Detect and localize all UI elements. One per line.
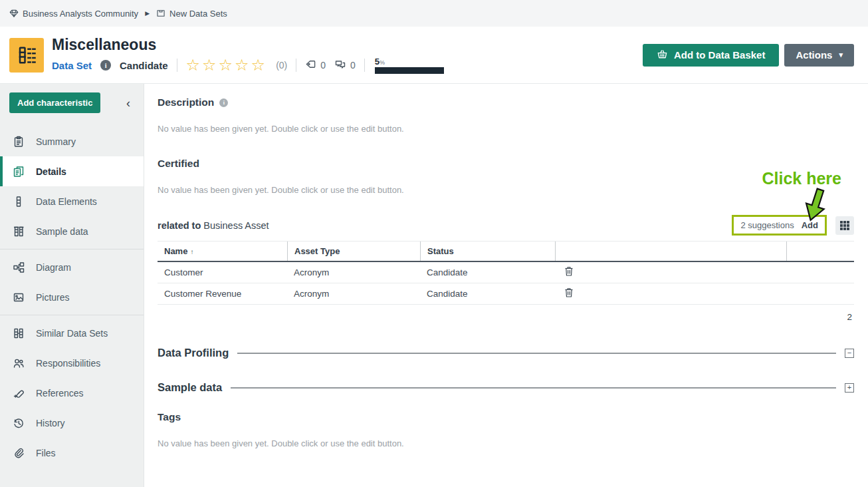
- breadcrumb-community-link[interactable]: Business Analysts Community: [9, 9, 138, 19]
- sidebar-item-pictures[interactable]: Pictures: [0, 282, 144, 312]
- sidebar-divider: [0, 249, 144, 249]
- similar-data-sets-icon: [13, 327, 25, 339]
- data-profiling-title: Data Profiling: [158, 347, 229, 359]
- star-icon[interactable]: ☆: [235, 57, 251, 73]
- annotation-arrow-icon: [803, 188, 829, 226]
- grid-icon: [840, 221, 849, 230]
- basket-icon: [657, 49, 668, 62]
- breadcrumb-domain-label: New Data Sets: [169, 9, 227, 19]
- progress-unit: %: [380, 59, 385, 66]
- sidebar-item-label: Pictures: [36, 292, 70, 303]
- sidebar-item-label: Responsibilities: [36, 358, 100, 369]
- sidebar-item-data-elements[interactable]: Data Elements: [0, 186, 144, 216]
- result-count: 2: [158, 312, 854, 322]
- basket-button-label: Add to Data Basket: [674, 49, 766, 61]
- column-header-asset-type[interactable]: Asset Type: [287, 242, 420, 261]
- sidebar-item-label: Data Elements: [36, 196, 97, 207]
- sidebar: Add characteristic ‹ Summary Details: [0, 84, 144, 487]
- table-row[interactable]: Customer Revenue Acronym Candidate: [158, 283, 854, 305]
- table-row[interactable]: Customer Acronym Candidate: [158, 262, 854, 283]
- actions-button[interactable]: Actions ▾: [784, 44, 854, 67]
- sidebar-item-label: History: [36, 418, 65, 428]
- caret-down-icon: ▾: [839, 51, 843, 59]
- column-header-status[interactable]: Status: [420, 242, 555, 261]
- domain-icon: [156, 9, 165, 18]
- tags-counter[interactable]: 0: [305, 59, 326, 72]
- star-icon[interactable]: ☆: [219, 57, 235, 73]
- tags-empty-value[interactable]: No value has been given yet. Double clic…: [158, 438, 854, 448]
- sidebar-item-similar-data-sets[interactable]: Similar Data Sets: [0, 318, 144, 348]
- asset-header: Miscellaneous Data Set i Candidate ☆☆☆☆☆…: [0, 27, 868, 83]
- pictures-icon: [13, 291, 25, 303]
- paperclip-icon: [13, 447, 25, 459]
- progress-bar: [375, 67, 444, 74]
- sidebar-item-references[interactable]: References: [0, 378, 144, 408]
- delete-relation-button[interactable]: [555, 262, 574, 276]
- star-icon[interactable]: ☆: [202, 57, 219, 73]
- annotation-click-here: Click here: [762, 169, 841, 188]
- add-characteristic-button[interactable]: Add characteristic: [9, 92, 100, 113]
- tags-title: Tags: [158, 411, 181, 423]
- description-info-icon[interactable]: i: [219, 98, 228, 107]
- comments-counter[interactable]: 0: [334, 59, 356, 73]
- clipboard-icon: [13, 136, 25, 148]
- data-profiling-section: Data Profiling −: [158, 347, 854, 359]
- sidebar-item-summary[interactable]: Summary: [0, 126, 144, 156]
- cell-status: Candidate: [420, 262, 555, 283]
- tag-count: 0: [320, 60, 326, 71]
- table-header-row: Name↑ Asset Type Status: [158, 242, 854, 262]
- star-icon[interactable]: ☆: [186, 57, 203, 73]
- cell-status: Candidate: [420, 283, 555, 304]
- collapse-section-button[interactable]: −: [845, 349, 854, 358]
- sidebar-divider: [0, 315, 144, 315]
- sidebar-collapse-icon[interactable]: ‹: [122, 97, 134, 109]
- certified-empty-value[interactable]: No value has been given yet. Double clic…: [158, 185, 854, 195]
- section-rule: [231, 387, 836, 389]
- sidebar-item-history[interactable]: History: [0, 408, 144, 438]
- relation-target-type: Business Asset: [203, 220, 269, 231]
- comments-icon: [334, 59, 346, 73]
- relation-role: related to: [158, 220, 201, 231]
- expand-section-button[interactable]: +: [845, 383, 854, 393]
- main-content: Description i No value has been given ye…: [144, 84, 868, 487]
- related-to-heading: related to Business Asset: [158, 220, 269, 231]
- sort-ascending-icon: ↑: [190, 248, 193, 255]
- community-icon: [9, 9, 19, 18]
- sidebar-item-label: Sample data: [36, 226, 88, 237]
- cell-name[interactable]: Customer: [158, 262, 287, 283]
- data-set-icon: [9, 38, 44, 73]
- diagram-icon: [13, 261, 25, 273]
- page-title: Miscellaneous: [52, 36, 444, 53]
- people-icon: [13, 357, 25, 369]
- star-icon[interactable]: ☆: [251, 57, 268, 73]
- delete-relation-button[interactable]: [555, 283, 574, 297]
- sidebar-item-responsibilities[interactable]: Responsibilities: [0, 348, 144, 378]
- asset-type-info-icon[interactable]: i: [100, 60, 111, 71]
- sidebar-item-label: Similar Data Sets: [36, 328, 108, 339]
- column-header-empty: [786, 242, 854, 261]
- sidebar-item-details[interactable]: Details: [0, 156, 144, 186]
- asset-type-link[interactable]: Data Set: [52, 60, 92, 71]
- suggestions-count-link[interactable]: 2 suggestions: [740, 220, 794, 230]
- sidebar-item-files[interactable]: Files: [0, 438, 144, 468]
- sidebar-item-diagram[interactable]: Diagram: [0, 252, 144, 282]
- documents-icon: [13, 166, 25, 178]
- sidebar-item-label: Files: [36, 448, 56, 458]
- breadcrumb-domain-link[interactable]: New Data Sets: [156, 9, 227, 19]
- column-header-name[interactable]: Name↑: [158, 242, 287, 261]
- meta-divider: [296, 59, 296, 72]
- rating-count: (0): [276, 60, 287, 71]
- cell-name[interactable]: Customer Revenue: [158, 283, 287, 304]
- sidebar-item-label: References: [36, 388, 84, 399]
- table-view-options-button[interactable]: [835, 216, 854, 235]
- sidebar-item-label: Details: [36, 166, 66, 177]
- sample-data-icon: [13, 226, 25, 238]
- rating-stars[interactable]: ☆☆☆☆☆: [186, 57, 268, 73]
- sidebar-item-sample-data[interactable]: Sample data: [0, 216, 144, 246]
- column-icon: [13, 196, 25, 208]
- description-empty-value[interactable]: No value has been given yet. Double clic…: [158, 124, 854, 134]
- description-title: Description: [158, 96, 214, 108]
- cell-asset-type: Acronym: [287, 262, 420, 283]
- history-icon: [13, 417, 25, 429]
- add-to-data-basket-button[interactable]: Add to Data Basket: [643, 44, 780, 67]
